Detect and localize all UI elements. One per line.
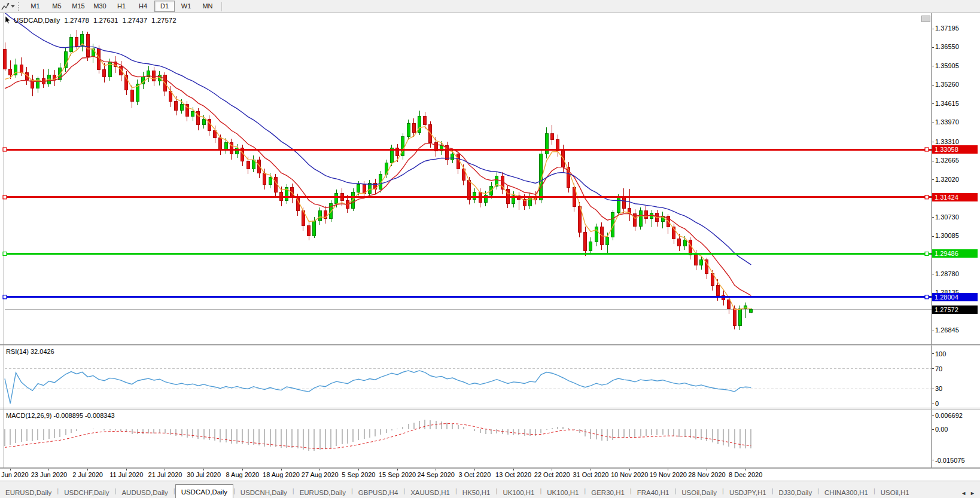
date-tick-label: 27 Aug 2020 [302,471,339,478]
toolbar-grip [18,2,22,11]
date-tick-label: 13 Jun 2020 [0,471,29,478]
quote-high: 1.27631 [93,17,118,24]
quote-close: 1.27572 [151,17,176,24]
symbol-period-label: USDCAD,Daily [14,17,60,24]
current-price-label: 1.27572 [932,305,978,314]
date-tick-label: 3 Oct 2020 [458,471,491,478]
toolbar-separator [221,2,222,11]
ma-medium-line [5,56,751,295]
chart-tab-hk50-h1[interactable]: HK50,H1 [457,487,496,498]
price-tick-label: 1.36550 [935,43,959,50]
price-tick-label: 1.35260 [935,81,959,88]
price-tick-label: 1.30085 [935,232,959,239]
chart-svg [0,13,980,481]
date-tick-label: 28 Nov 2020 [688,471,725,478]
quote-open: 1.27478 [64,17,89,24]
rsi-line [5,371,751,404]
timeframe-button-d1[interactable]: D1 [154,1,175,12]
candles-layer [4,30,753,329]
date-tick-label: 31 Oct 2020 [573,471,608,478]
price-tick-label: 1.37195 [935,25,959,32]
chart-title: USDCAD,Daily 1.27478 1.27631 1.27437 1.2… [5,16,176,25]
quote-low: 1.27437 [122,17,147,24]
date-tick-label: 19 Nov 2020 [650,471,687,478]
chart-tab-uk100-h1[interactable]: UK100,H1 [497,487,540,498]
price-tick-label: 1.32020 [935,176,959,183]
rsi-scale-label: 100 [935,350,946,358]
chart-tab-xauusd-h1[interactable]: XAUUSD,H1 [405,487,455,498]
chevron-down-icon [11,5,15,8]
date-tick-label: 2 Jul 2020 [72,471,103,478]
chart-tab-bar: EURUSD,Daily|USDCHF,Daily|AUDUSD,Daily|U… [0,481,980,498]
chart-canvas[interactable]: USDCAD,Daily 1.27478 1.27631 1.27437 1.2… [0,13,980,481]
chart-tab-usdchf-daily[interactable]: USDCHF,Daily [59,487,114,498]
chart-tabs: EURUSD,Daily|USDCHF,Daily|AUDUSD,Daily|U… [0,483,958,498]
chart-tab-fra40-h1[interactable]: FRA40,H1 [632,487,675,498]
date-tick-label: 24 Sep 2020 [418,471,455,478]
timeframe-button-mn[interactable]: MN [197,1,218,12]
macd-scale-label: 0.006692 [935,412,963,419]
chart-tab-usdcnh-daily[interactable]: USDCNH,Daily [235,487,293,498]
price-tick-label: 1.30730 [935,213,959,221]
timeframe-button-m15[interactable]: M15 [68,1,89,12]
timeframe-button-h4[interactable]: H4 [133,1,153,12]
level-lines-layer [3,148,932,299]
chart-tab-ger30-h1[interactable]: GER30,H1 [586,487,630,498]
timeframe-button-h1[interactable]: H1 [111,1,132,12]
date-tick-label: 8 Dec 2020 [729,471,762,478]
cursor-tool-button[interactable] [0,1,16,12]
tab-scroll-right-icon[interactable]: ► [970,490,975,496]
chart-tab-gbpusd-h4[interactable]: GBPUSD,H4 [353,487,403,498]
chart-tab-eurusd-daily[interactable]: EURUSD,Daily [294,487,351,498]
timeframe-button-w1[interactable]: W1 [176,1,196,12]
date-tick-label: 10 Nov 2020 [611,471,648,478]
price-tick-label: 1.33310 [935,138,959,145]
level-price-label: 1.31424 [932,193,978,201]
rsi-layer [5,369,932,404]
cursor-tool-icon [1,2,10,11]
chart-tab-dj30-daily[interactable]: DJ30,Daily [774,487,818,498]
date-tick-label: 30 Jul 2020 [187,471,221,478]
chart-tab-eurusd-daily[interactable]: EURUSD,Daily [0,487,57,498]
date-tick-label: 22 Oct 2020 [534,471,570,478]
rsi-scale-label: 70 [935,365,942,372]
date-tick-label: 5 Sep 2020 [342,471,375,478]
level-price-label: 1.33058 [932,145,978,154]
rsi-indicator-label: RSI(14) 32.0426 [6,348,54,355]
chart-tab-usoil-h1[interactable]: USOil,H1 [875,487,915,498]
ma-slow-line [5,13,751,265]
mt4-window: M1M5M15M30H1H4D1W1MN USDCAD,Daily 1.2747… [0,0,980,498]
timeframe-button-m30[interactable]: M30 [90,1,110,12]
rsi-scale-label: 0 [935,400,939,407]
date-tick-label: 11 Jul 2020 [109,471,143,478]
chart-tab-uk100-h1[interactable]: UK100,H1 [541,487,584,498]
level-price-label: 1.29486 [932,249,978,258]
panel-frames [0,13,980,469]
timeframe-button-m1[interactable]: M1 [25,1,45,12]
tab-scroll-left-icon[interactable]: ◄ [961,490,966,496]
price-tick-label: 1.34615 [935,100,959,107]
macd-signal-line [5,424,751,449]
chart-tab-usdcad-daily[interactable]: USDCAD,Daily [175,484,233,498]
macd-layer [5,420,751,451]
date-tick-label: 21 Jul 2020 [148,471,182,478]
price-tick-label: 1.35905 [935,62,959,69]
chart-tab-usoil-daily[interactable]: USOil,Daily [676,487,722,498]
date-tick-label: 13 Oct 2020 [495,471,531,478]
chart-tab-china300-h1[interactable]: CHINA300,H1 [819,487,874,498]
ma-fast-line [5,44,751,310]
tab-scroll-buttons: ◄ ► [958,490,980,498]
moving-averages-layer [5,13,751,310]
timeframe-button-m5[interactable]: M5 [47,1,67,12]
date-tick-label: 15 Sep 2020 [379,471,416,478]
date-tick-label: 23 Jun 2020 [31,471,68,478]
chart-tab-audusd-daily[interactable]: AUDUSD,Daily [116,487,173,498]
mouse-cursor-icon [5,16,11,25]
chart-tab-usdjpy-h1[interactable]: USDJPY,H1 [724,487,772,498]
price-tick-label: 1.28780 [935,270,959,277]
price-tick-label: 1.32665 [935,157,959,164]
chart-shift-marker[interactable] [921,16,930,22]
macd-value: -0.008895 [53,412,83,419]
price-tick-label: 1.33970 [935,118,959,126]
rsi-value: 32.0426 [31,348,54,355]
